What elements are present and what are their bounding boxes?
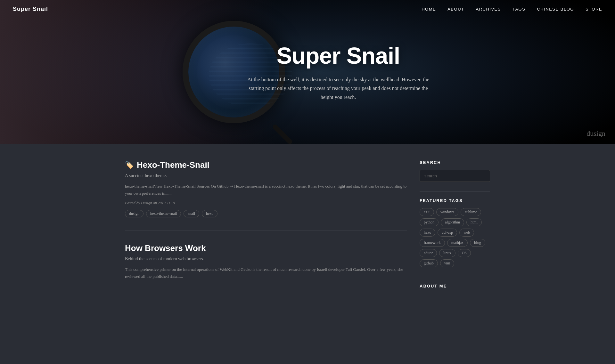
- hero-title: Super Snail: [245, 43, 431, 69]
- post-excerpt: hexo-theme-snailView Hexo-Theme-Snail So…: [125, 183, 407, 197]
- sidebar: SEARCH FEATURED TAGS c++windowssublimepy…: [420, 160, 490, 310]
- nav-link-store[interactable]: STORE: [586, 7, 602, 12]
- post-tag[interactable]: snail: [184, 210, 199, 217]
- tag-pill-web[interactable]: web: [459, 229, 474, 237]
- post-tags: dusignhexo-theme-snailsnailhexo: [125, 210, 407, 217]
- tag-pill-github[interactable]: github: [420, 259, 438, 267]
- navigation: Super Snail HOMEABOUTARCHIVESTAGSCHINESE…: [0, 0, 615, 18]
- tag-pill-sublime[interactable]: sublime: [461, 208, 481, 216]
- tag-pill-vim[interactable]: vim: [440, 259, 455, 267]
- tag-pill-OS[interactable]: OS: [458, 249, 471, 257]
- nav-links: HOMEABOUTARCHIVESTAGSCHINESE BLOGSTORE: [422, 7, 602, 12]
- tag-pill-ccf-csp[interactable]: ccf-csp: [438, 229, 457, 237]
- watermark: dusign: [586, 129, 605, 138]
- divider-1: [420, 191, 490, 192]
- post-title: How Browsers Work: [125, 243, 206, 253]
- tag-pill-framework[interactable]: framework: [420, 239, 445, 247]
- posts-column: 🏷️Hexo-Theme-SnailA succinct hexo theme.…: [125, 160, 407, 310]
- post-meta: Posted by Dusign on 2019-11-01: [125, 201, 407, 206]
- tag-pill-blog[interactable]: blog: [470, 239, 485, 247]
- post-tagline: Behind the scenes of modern web browsers…: [125, 256, 407, 262]
- post-title-link[interactable]: Hexo-Theme-Snail: [137, 160, 209, 170]
- tag-pill-linux[interactable]: linux: [439, 249, 455, 257]
- post-title-row: How Browsers Work: [125, 243, 407, 253]
- nav-link-chinese-blog[interactable]: CHINESE BLOG: [537, 7, 574, 12]
- tag-pill-mathjax[interactable]: mathjax: [447, 239, 468, 247]
- tag-pill-windows[interactable]: windows: [436, 208, 458, 216]
- hero-content: Super Snail At the bottom of the well, i…: [245, 43, 431, 101]
- nav-link-archives[interactable]: ARCHIVES: [476, 7, 501, 12]
- main-wrapper: 🏷️Hexo-Theme-SnailA succinct hexo theme.…: [115, 144, 500, 326]
- tag-pill-c++[interactable]: c++: [420, 208, 434, 216]
- post-tag[interactable]: dusign: [125, 210, 144, 217]
- post-hexo-theme-snail: 🏷️Hexo-Theme-SnailA succinct hexo theme.…: [125, 160, 407, 231]
- tag-pill-python[interactable]: python: [420, 218, 439, 226]
- post-how-browsers-work: How Browsers WorkBehind the scenes of mo…: [125, 243, 407, 297]
- tag-pill-html[interactable]: html: [466, 218, 482, 226]
- search-title: SEARCH: [420, 160, 490, 165]
- post-tag[interactable]: hexo-theme-snail: [146, 210, 181, 217]
- hero-subtitle: At the bottom of the well, it is destine…: [245, 75, 431, 101]
- about-me-section: ABOUT ME: [420, 284, 490, 288]
- post-excerpt: This comprehensive primer on the interna…: [125, 266, 407, 280]
- hero-section: Super Snail At the bottom of the well, i…: [0, 0, 615, 144]
- post-tagline: A succinct hexo theme.: [125, 173, 407, 178]
- search-section: SEARCH: [420, 160, 490, 182]
- nav-link-home[interactable]: HOME: [422, 7, 436, 12]
- tag-pill-hexo[interactable]: hexo: [420, 229, 435, 237]
- post-tag[interactable]: hexo: [202, 210, 217, 217]
- nav-link-tags[interactable]: TAGS: [512, 7, 525, 12]
- post-title-row: 🏷️Hexo-Theme-Snail: [125, 160, 407, 170]
- post-icon: 🏷️: [125, 161, 134, 169]
- divider-2: [420, 277, 490, 277]
- tag-pill-editor[interactable]: editor: [420, 249, 437, 257]
- search-input[interactable]: [420, 170, 490, 182]
- tag-pill-algorithm[interactable]: algorithm: [441, 218, 464, 226]
- featured-tags-section: FEATURED TAGS c++windowssublimepythonalg…: [420, 198, 490, 267]
- featured-tags-title: FEATURED TAGS: [420, 198, 490, 203]
- about-me-title: ABOUT ME: [420, 284, 490, 288]
- nav-link-about[interactable]: ABOUT: [447, 7, 464, 12]
- tags-container: c++windowssublimepythonalgorithmhtmlhexo…: [420, 208, 490, 267]
- site-logo[interactable]: Super Snail: [13, 6, 48, 12]
